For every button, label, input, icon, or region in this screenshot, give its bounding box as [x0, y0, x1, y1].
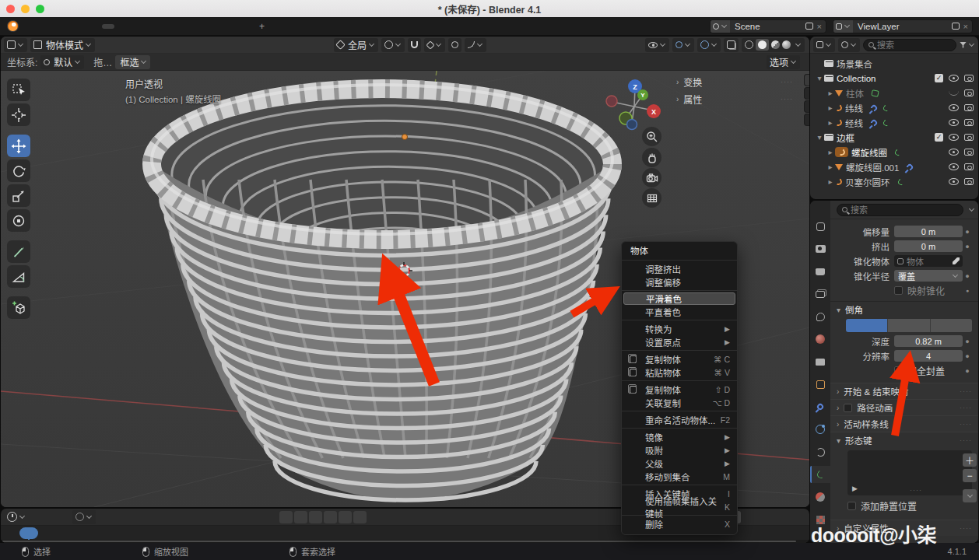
timeline-editor-type-icon[interactable]	[7, 512, 17, 522]
workspace-tab[interactable]	[186, 24, 198, 29]
eye-icon[interactable]	[949, 104, 959, 111]
npanel-tab[interactable]	[804, 74, 809, 86]
menu-item-shade-smooth[interactable]: 平滑着色	[623, 292, 735, 305]
playback-button[interactable]	[294, 511, 307, 523]
xray-toggle[interactable]	[724, 38, 739, 52]
menu-item-parent[interactable]: 父级▶	[622, 457, 737, 470]
active-spline-section[interactable]: ›活动样条线····	[830, 415, 978, 432]
camera-visibility-icon[interactable]	[964, 163, 974, 170]
scene-name[interactable]: Scene	[735, 22, 805, 31]
snap-toggle[interactable]	[408, 38, 421, 52]
falloff-dropdown[interactable]	[465, 38, 486, 52]
eye-icon[interactable]	[949, 178, 959, 185]
rotate-tool[interactable]	[7, 159, 30, 182]
tab-scene[interactable]	[810, 308, 830, 325]
select-mode-dropdown[interactable]: 框选	[115, 55, 150, 69]
workspace-tab[interactable]	[242, 24, 254, 29]
cursor-tool[interactable]	[7, 103, 30, 126]
outliner-row-cylinder[interactable]: ▸ 柱体	[815, 86, 978, 100]
blender-logo-icon[interactable]	[7, 20, 19, 32]
outliner-row-collection[interactable]: ▾ Collection	[815, 71, 978, 86]
tab-viewlayer[interactable]	[810, 285, 830, 303]
rendered-shading-button[interactable]	[782, 40, 791, 49]
playback-button[interactable]	[339, 511, 352, 523]
camera-visibility-icon[interactable]	[964, 178, 974, 185]
viewlayer-browse-icon[interactable]	[833, 20, 853, 33]
editor-type-button[interactable]	[4, 38, 27, 52]
gizmos-dropdown[interactable]	[672, 38, 694, 52]
outliner-display-mode-button[interactable]	[838, 38, 860, 52]
scene-selector[interactable]: Scene ×	[710, 19, 826, 33]
menu-item-rename-active[interactable]: 重命名活动物体...F2	[622, 413, 737, 426]
tab-object-data[interactable]	[810, 466, 830, 483]
unlink-scene-icon[interactable]: ×	[817, 22, 822, 31]
workspace-tab[interactable]	[228, 24, 240, 29]
bevel-type-tab[interactable]	[846, 319, 888, 332]
add-workspace-button[interactable]: +	[259, 21, 265, 32]
scene-browse-icon[interactable]	[711, 20, 730, 33]
annotate-tool[interactable]	[7, 240, 30, 263]
select-box-tool[interactable]	[7, 79, 30, 101]
collection-checkbox[interactable]	[935, 133, 943, 142]
tab-texture[interactable]	[810, 511, 830, 528]
tab-object[interactable]	[810, 376, 830, 393]
bevel-depth-field[interactable]: 0.82 m	[894, 335, 963, 347]
menu-item-move-to-collection[interactable]: 移动到集合M	[622, 470, 737, 483]
tab-collection[interactable]	[810, 353, 830, 370]
extrude-field[interactable]: 0 m	[894, 240, 963, 252]
measure-tool[interactable]	[7, 265, 30, 288]
menu-item-shade-flat[interactable]: 平直着色	[622, 305, 737, 318]
camera-visibility-icon[interactable]	[964, 134, 974, 141]
bevel-type-tab[interactable]	[931, 319, 972, 332]
path-animation-section[interactable]: ›路径动画····	[830, 399, 978, 415]
fill-caps-checkbox[interactable]	[894, 366, 903, 375]
workspace-tab[interactable]	[144, 24, 156, 29]
menu-item-adjust-offset[interactable]: 调整偏移	[622, 275, 737, 289]
copy-viewlayer-icon[interactable]	[952, 23, 960, 30]
playback-button[interactable]	[353, 511, 367, 523]
scale-tool[interactable]	[7, 184, 30, 207]
taper-object-field[interactable]: 物体	[894, 255, 963, 267]
npanel-tab[interactable]	[804, 114, 809, 126]
taper-radius-dropdown[interactable]: 覆盖	[894, 270, 963, 282]
solid-shading-button[interactable]	[756, 39, 769, 51]
eye-icon[interactable]	[949, 119, 959, 126]
proportional-edit-toggle[interactable]	[448, 38, 461, 52]
camera-visibility-icon[interactable]	[964, 104, 974, 111]
shape-keys-list[interactable]: ▶····	[847, 450, 972, 495]
outliner-row-border-collection[interactable]: ▾ 边框	[815, 130, 978, 145]
camera-visibility-icon[interactable]	[964, 149, 974, 156]
overlays-dropdown[interactable]	[697, 38, 721, 52]
playback-button[interactable]	[309, 511, 322, 523]
collection-checkbox[interactable]	[935, 74, 943, 82]
eyedropper-icon[interactable]	[953, 257, 960, 264]
bevel-section-header[interactable]: ▾倒角	[830, 301, 978, 317]
camera-visibility-icon[interactable]	[964, 75, 974, 82]
workspace-tab[interactable]	[130, 24, 142, 29]
zoom-view-button[interactable]	[642, 127, 661, 146]
eye-closed-icon[interactable]	[949, 90, 959, 96]
mode-dropdown[interactable]: 物体模式	[30, 38, 95, 52]
properties-search[interactable]	[837, 204, 963, 216]
tab-tool[interactable]	[810, 218, 830, 235]
menu-item-mirror[interactable]: 镜像▶	[622, 430, 737, 443]
workspace-tab[interactable]	[158, 24, 170, 29]
bevel-resolution-field[interactable]: 4	[894, 350, 963, 362]
copy-scene-icon[interactable]	[805, 23, 813, 30]
remove-shape-key-button[interactable]: −	[963, 469, 977, 482]
npanel-transform-section[interactable]: ›变换····	[676, 74, 793, 89]
workspace-tab[interactable]	[102, 24, 114, 29]
viewlayer-selector[interactable]: ViewLayer ×	[833, 19, 973, 33]
shading-dropdown[interactable]	[795, 41, 801, 47]
properties-search-input[interactable]	[851, 205, 958, 215]
menu-item-copy-object[interactable]: 复制物体⌘ C	[622, 352, 737, 366]
bevel-type-tab[interactable]	[888, 319, 930, 332]
pan-view-button[interactable]	[642, 148, 661, 167]
menu-item-set-origin[interactable]: 设置原点▶	[622, 335, 737, 348]
tab-output[interactable]	[810, 263, 830, 280]
viewlayer-name[interactable]: ViewLayer	[858, 22, 952, 31]
menu-item-duplicate-object[interactable]: 复制物体⇧ D	[622, 383, 737, 396]
playback-button[interactable]	[324, 511, 337, 523]
outliner-row-scene-collection[interactable]: 场景集合	[815, 56, 978, 71]
navigation-gizmo[interactable]: Z Y X	[597, 72, 675, 138]
